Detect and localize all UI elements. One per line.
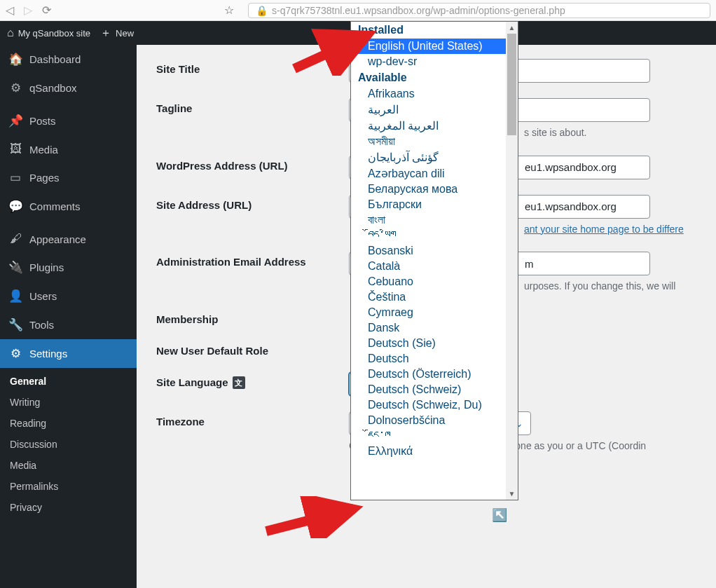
sidebar-item-comments[interactable]: 💬Comments: [0, 192, 137, 221]
dropdown-group-installed: Installed: [351, 22, 518, 39]
language-option[interactable]: Български: [351, 197, 518, 212]
scroll-up-icon[interactable]: ▲: [506, 22, 518, 34]
dropdown-scrollbar[interactable]: ▲ ▼: [506, 22, 518, 500]
language-option[interactable]: گؤنئی آذربایجان: [351, 149, 518, 165]
language-option[interactable]: Dansk: [351, 320, 518, 336]
submenu-permalinks[interactable]: Permalinks: [0, 476, 137, 497]
label-tagline: Tagline: [156, 98, 349, 114]
browser-chrome: ◁ ▷ ⟳ ☆ 🔒s-q7qrk75738tnl.eu1.wpsandbox.o…: [0, 0, 716, 21]
language-option[interactable]: Deutsch: [351, 351, 518, 367]
media-icon: 🖼: [8, 142, 22, 156]
site-language-dropdown[interactable]: Installed English (United States)wp-dev-…: [350, 21, 518, 500]
adminbar-new-label: New: [116, 28, 134, 39]
submenu-general[interactable]: General: [0, 371, 137, 392]
sidebar-item-qsandbox[interactable]: ⚙qSandbox: [0, 74, 137, 102]
submenu-media[interactable]: Media: [0, 455, 137, 476]
url-path: /wp-admin/options-general.php: [431, 5, 565, 16]
users-icon: 👤: [8, 289, 22, 303]
settings-icon: ⚙: [8, 346, 22, 361]
browser-back-icon[interactable]: ◁: [6, 4, 14, 17]
label-membership: Membership: [156, 309, 349, 325]
browser-url-bar[interactable]: 🔒s-q7qrk75738tnl.eu1.wpsandbox.org/wp-ad…: [248, 3, 710, 18]
url-host: s-q7qrk75738tnl.eu1.wpsandbox.org: [272, 5, 431, 16]
sidebar-item-appearance[interactable]: 🖌Appearance: [0, 225, 137, 253]
sidebar-item-plugins[interactable]: 🔌Plugins: [0, 253, 137, 282]
bookmark-icon[interactable]: ☆: [224, 4, 234, 17]
language-option[interactable]: Ελληνικά: [351, 444, 518, 459]
page-icon: ▭: [8, 170, 22, 185]
adminbar-site-name: My qSandbox site: [18, 28, 90, 39]
translate-icon: 文: [233, 376, 245, 389]
language-option[interactable]: العربية: [351, 102, 518, 118]
link-site-address-help[interactable]: ant your site home page to be differe: [524, 224, 684, 235]
language-option[interactable]: བོད་ཡིག: [351, 228, 518, 243]
language-option[interactable]: Azərbaycan dili: [351, 165, 518, 182]
language-option[interactable]: Deutsch (Schweiz): [351, 382, 518, 397]
language-option[interactable]: ཇོང་ཁ: [351, 428, 518, 444]
pin-icon: 📌: [8, 114, 22, 128]
comment-icon: 💬: [8, 199, 22, 214]
plus-icon: ＋: [100, 26, 111, 41]
sidebar-item-settings[interactable]: ⚙Settings: [0, 339, 137, 368]
language-option[interactable]: Deutsch (Sie): [351, 336, 518, 351]
adminbar-new-link[interactable]: ＋ New: [100, 26, 134, 41]
sidebar-item-users[interactable]: 👤Users: [0, 282, 137, 310]
home-icon: ⌂: [7, 27, 14, 39]
label-wp-address: WordPress Address (URL): [156, 156, 349, 172]
gear-icon: ⚙: [8, 81, 22, 95]
label-site-address: Site Address (URL): [156, 195, 349, 211]
language-option[interactable]: العربية المغربية: [351, 118, 518, 134]
submenu-writing[interactable]: Writing: [0, 392, 137, 413]
language-option[interactable]: Bosanski: [351, 243, 518, 259]
sidebar-item-posts[interactable]: 📌Posts: [0, 107, 137, 135]
language-option[interactable]: Català: [351, 259, 518, 274]
settings-submenu: General Writing Reading Discussion Media…: [0, 368, 137, 524]
submenu-privacy[interactable]: Privacy: [0, 497, 137, 518]
plugin-icon: 🔌: [8, 260, 22, 275]
label-admin-email: Administration Email Address: [156, 252, 349, 268]
brush-icon: 🖌: [8, 232, 22, 246]
dashboard-icon: 🏠: [8, 52, 22, 67]
language-option[interactable]: Dolnoserbšćina: [351, 413, 518, 428]
submenu-reading[interactable]: Reading: [0, 413, 137, 434]
language-option[interactable]: Cymraeg: [351, 305, 518, 320]
language-option[interactable]: Deutsch (Österreich): [351, 367, 518, 382]
dropdown-group-available: Available: [351, 69, 518, 86]
label-site-title: Site Title: [156, 59, 349, 75]
language-option[interactable]: Afrikaans: [351, 86, 518, 102]
language-option[interactable]: অসমীয়া: [351, 134, 518, 149]
language-option[interactable]: wp-dev-sr: [351, 54, 518, 69]
scroll-down-icon[interactable]: ▼: [506, 488, 518, 500]
submenu-discussion[interactable]: Discussion: [0, 434, 137, 455]
label-timezone: Timezone: [156, 411, 349, 428]
tools-icon: 🔧: [8, 317, 22, 332]
language-option[interactable]: বাংলা: [351, 212, 518, 228]
adminbar-site-link[interactable]: ⌂ My qSandbox site: [7, 27, 90, 39]
language-option[interactable]: Čeština: [351, 289, 518, 305]
language-option[interactable]: Deutsch (Schweiz, Du): [351, 397, 518, 413]
language-option[interactable]: Беларуская мова: [351, 182, 518, 197]
browser-reload-icon[interactable]: ⟳: [42, 4, 51, 17]
label-site-language: Site Language 文: [156, 372, 349, 389]
sidebar-item-pages[interactable]: ▭Pages: [0, 163, 137, 192]
sidebar-item-tools[interactable]: 🔧Tools: [0, 310, 137, 339]
sidebar-item-dashboard[interactable]: 🏠Dashboard: [0, 45, 137, 74]
scroll-thumb[interactable]: [507, 34, 516, 135]
browser-forward-icon[interactable]: ▷: [24, 4, 32, 17]
sidebar-item-media[interactable]: 🖼Media: [0, 135, 137, 163]
label-new-user-role: New User Default Role: [156, 341, 349, 357]
language-option[interactable]: English (United States): [351, 39, 518, 54]
lock-icon: 🔒: [256, 5, 268, 16]
admin-sidebar: 🏠Dashboard ⚙qSandbox 📌Posts 🖼Media ▭Page…: [0, 45, 137, 588]
language-option[interactable]: Cebuano: [351, 274, 518, 289]
